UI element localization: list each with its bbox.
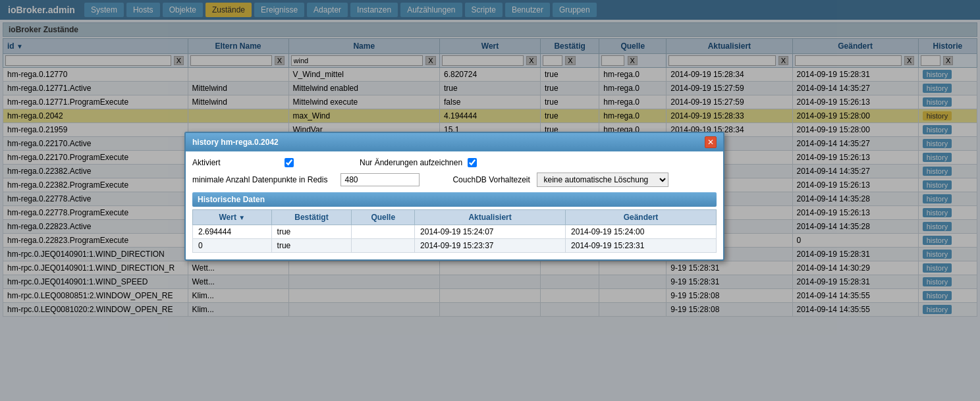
hist-sort-arrow: ▼ bbox=[238, 214, 245, 221]
hist-col-wert[interactable]: Wert ▼ bbox=[193, 210, 272, 225]
modal-close-button[interactable]: ✕ bbox=[705, 136, 717, 148]
hist-col-bestaetigt: Bestätigt bbox=[271, 210, 352, 225]
hist-aktualisiert-2: 2014-09-19 15:23:37 bbox=[415, 239, 566, 253]
hist-table-wrapper: Wert ▼ Bestätigt Quelle Aktualisiert Geä… bbox=[192, 209, 717, 253]
hist-bestaetigt-1: true bbox=[271, 225, 352, 239]
hist-geaendert-2: 2014-09-19 15:23:31 bbox=[566, 239, 717, 253]
couchdb-select[interactable]: keine automatische Löschung 1 Monat 3 Mo… bbox=[537, 173, 668, 187]
hist-col-geaendert: Geändert bbox=[566, 210, 717, 225]
hist-header-row: Wert ▼ Bestätigt Quelle Aktualisiert Geä… bbox=[193, 210, 717, 225]
hist-wert-2: 0 bbox=[193, 239, 272, 253]
hist-quelle-1 bbox=[352, 225, 415, 239]
hist-table: Wert ▼ Bestätigt Quelle Aktualisiert Geä… bbox=[192, 209, 717, 253]
hist-wert-1: 2.694444 bbox=[193, 225, 272, 239]
right-group-1: Nur Änderungen aufzeichnen bbox=[360, 158, 477, 167]
hist-geaendert-1: 2014-09-19 15:24:00 bbox=[566, 225, 717, 239]
aktiviert-label: Aktiviert bbox=[192, 158, 271, 167]
couchdb-label: CouchDB Vorhaltezeit bbox=[452, 175, 531, 184]
aktiviert-checkbox[interactable] bbox=[285, 158, 294, 167]
right-group-2: CouchDB Vorhaltezeit keine automatische … bbox=[452, 173, 668, 187]
hist-row-2: 0 true 2014-09-19 15:23:37 2014-09-19 15… bbox=[193, 239, 717, 253]
hist-col-aktualisiert: Aktualisiert bbox=[415, 210, 566, 225]
hist-table-body: 2.694444 true 2014-09-19 15:24:07 2014-0… bbox=[193, 225, 717, 253]
hist-quelle-2 bbox=[352, 239, 415, 253]
hist-aktualisiert-1: 2014-09-19 15:24:07 bbox=[415, 225, 566, 239]
hist-bestaetigt-2: true bbox=[271, 239, 352, 253]
modal-form-row-2: minimale Anzahl Datenpunkte in Redis Cou… bbox=[192, 173, 717, 187]
modal-form-row-1: Aktiviert Nur Änderungen aufzeichnen bbox=[192, 158, 717, 167]
hist-section-title: Historische Daten bbox=[192, 192, 717, 207]
min-datenpunkte-input[interactable] bbox=[340, 173, 420, 186]
modal-header: history hm-rega.0.2042 ✕ bbox=[186, 133, 723, 151]
modal-title: history hm-rega.0.2042 bbox=[192, 138, 279, 147]
nur-aenderungen-checkbox[interactable] bbox=[468, 158, 477, 167]
min-datenpunkte-label: minimale Anzahl Datenpunkte in Redis bbox=[192, 175, 327, 184]
hist-col-quelle: Quelle bbox=[352, 210, 415, 225]
hist-row-1: 2.694444 true 2014-09-19 15:24:07 2014-0… bbox=[193, 225, 717, 239]
history-modal: history hm-rega.0.2042 ✕ Aktiviert Nur Ä… bbox=[184, 132, 724, 261]
nur-aenderungen-label: Nur Änderungen aufzeichnen bbox=[360, 158, 462, 167]
modal-body: Aktiviert Nur Änderungen aufzeichnen min… bbox=[186, 151, 723, 259]
